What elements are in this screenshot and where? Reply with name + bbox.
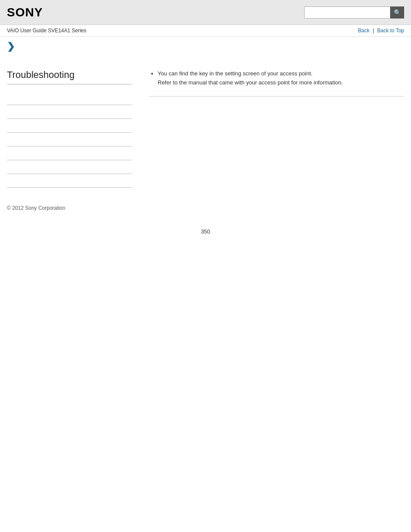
sony-logo: SONY [7, 6, 43, 19]
sidebar-link-2[interactable] [7, 105, 132, 119]
sidebar-link-1[interactable] [7, 91, 132, 105]
search-button[interactable]: 🔍 [390, 6, 404, 19]
content-divider [149, 96, 404, 96]
sidebar-link-7[interactable] [7, 174, 132, 188]
page-footer: © 2012 Sony Corporation [0, 196, 411, 220]
breadcrumb-separator: | [373, 28, 374, 34]
sidebar-link-5[interactable] [7, 146, 132, 160]
copyright-text: © 2012 Sony Corporation [7, 205, 65, 211]
main-content: Troubleshooting You can find the key in … [0, 61, 411, 196]
bullet-sub-text: Refer to the manual that came with your … [158, 79, 343, 86]
bullet-item-1: You can find the key in the setting scre… [158, 69, 404, 87]
breadcrumb-nav: Back | Back to Top [358, 28, 404, 34]
back-link[interactable]: Back [358, 28, 370, 34]
page-header: SONY 🔍 [0, 0, 411, 25]
bullet-main-text: You can find the key in the setting scre… [158, 70, 312, 77]
sidebar: Troubleshooting [7, 69, 140, 188]
sidebar-link-4[interactable] [7, 133, 132, 146]
content-area: You can find the key in the setting scre… [140, 69, 404, 188]
page-number: 350 [0, 220, 411, 243]
chevron-area: ❯ [0, 37, 411, 61]
bullet-list: You can find the key in the setting scre… [149, 69, 404, 87]
chevron-right-icon: ❯ [7, 41, 15, 52]
sidebar-link-3[interactable] [7, 119, 132, 133]
breadcrumb-bar: VAIO User Guide SVE14A1 Series Back | Ba… [0, 25, 411, 37]
search-icon: 🔍 [394, 9, 401, 16]
search-input[interactable] [304, 6, 390, 19]
back-to-top-link[interactable]: Back to Top [377, 28, 404, 34]
sidebar-link-6[interactable] [7, 160, 132, 174]
search-container: 🔍 [304, 6, 404, 19]
guide-title: VAIO User Guide SVE14A1 Series [7, 28, 87, 34]
sidebar-title: Troubleshooting [7, 69, 132, 84]
